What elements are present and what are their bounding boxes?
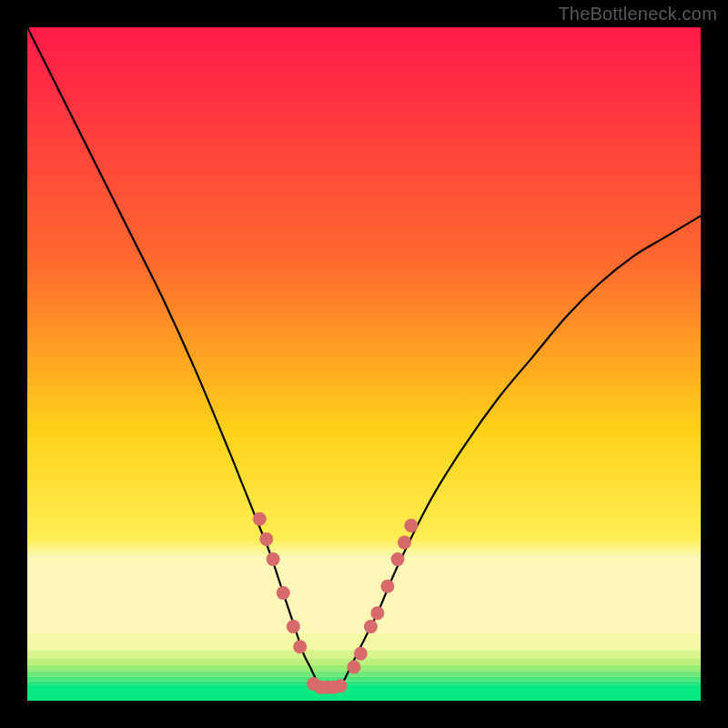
band: [27, 556, 701, 633]
data-marker: [277, 586, 290, 600]
data-marker: [253, 512, 267, 526]
data-marker: [267, 552, 280, 566]
data-marker: [370, 606, 384, 620]
data-marker: [334, 679, 348, 693]
band: [27, 685, 701, 701]
data-marker: [391, 552, 405, 566]
data-marker: [398, 536, 411, 550]
watermark-text: TheBottleneck.com: [558, 4, 717, 25]
band: [27, 671, 701, 676]
band: [27, 682, 701, 685]
data-marker: [293, 640, 307, 653]
data-marker: [354, 647, 368, 661]
data-marker: [364, 620, 378, 633]
bottleneck-chart: [27, 27, 701, 701]
chart-frame: TheBottleneck.com: [0, 0, 728, 728]
band: [27, 665, 701, 672]
data-marker: [404, 519, 418, 532]
data-marker: [380, 580, 394, 593]
data-marker: [287, 620, 300, 633]
lower-bands: [27, 556, 701, 701]
data-marker: [347, 661, 360, 674]
band: [27, 676, 701, 681]
data-marker: [259, 532, 273, 546]
